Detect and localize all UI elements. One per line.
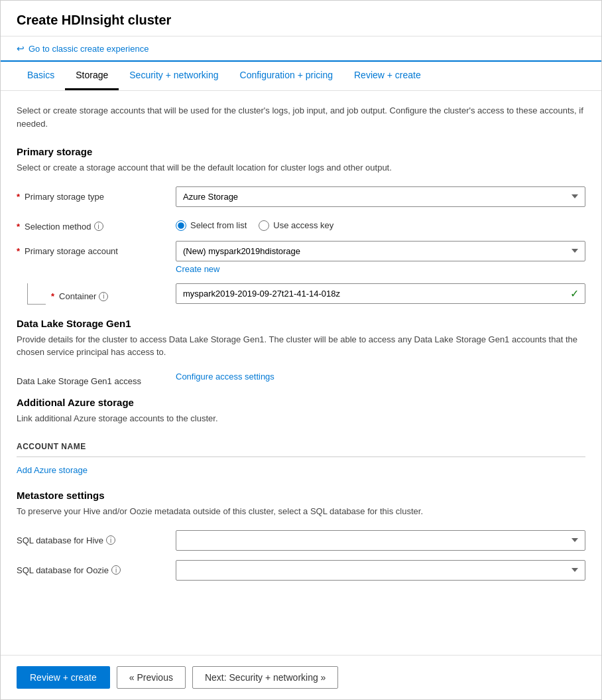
create-new-link[interactable]: Create new (176, 264, 219, 274)
account-name-header: ACCOUNT NAME (17, 442, 86, 451)
required-star-account: * (17, 246, 20, 256)
main-content: Select or create storage accounts that w… (1, 91, 601, 655)
selection-method-radio-group: Select from list Use access key (176, 216, 585, 231)
tab-configuration-pricing[interactable]: Configuration + pricing (229, 62, 343, 90)
metastore-title: Metastore settings (17, 490, 585, 501)
hive-label: SQL database for Hive (17, 535, 103, 545)
selection-method-label: Selection method (25, 222, 91, 232)
primary-storage-title: Primary storage (17, 146, 585, 157)
page-title: Create HDInsight cluster (17, 13, 585, 28)
classic-create-link[interactable]: Go to classic create experience (29, 44, 149, 54)
additional-storage-title: Additional Azure storage (17, 397, 585, 408)
tab-basics[interactable]: Basics (17, 62, 65, 90)
required-star-container: * (51, 291, 54, 301)
tab-storage[interactable]: Storage (65, 62, 119, 90)
review-create-button[interactable]: Review + create (17, 666, 110, 689)
previous-button[interactable]: « Previous (117, 666, 186, 689)
footer: Review + create « Previous Next: Securit… (1, 655, 601, 699)
radio-use-access-key-input[interactable] (259, 220, 269, 231)
additional-storage-desc: Link additional Azure storage accounts t… (17, 412, 585, 425)
data-lake-desc: Provide details for the cluster to acces… (17, 333, 585, 359)
data-lake-title: Data Lake Storage Gen1 (17, 318, 585, 329)
required-star-method: * (17, 222, 20, 232)
tab-security-networking[interactable]: Security + networking (119, 62, 229, 90)
oozie-info-icon[interactable]: i (111, 565, 121, 575)
configure-access-link[interactable]: Configure access settings (176, 372, 274, 382)
container-info-icon[interactable]: i (99, 292, 108, 301)
redirect-icon: ↩ (17, 43, 25, 54)
add-azure-storage-link[interactable]: Add Azure storage (17, 461, 88, 479)
radio-select-from-list-label: Select from list (190, 220, 247, 230)
hive-select[interactable] (176, 530, 585, 551)
tab-bar: Basics Storage Security + networking Con… (1, 62, 601, 91)
required-star-type: * (17, 192, 20, 202)
primary-storage-desc: Select or create a storage account that … (17, 161, 585, 175)
storage-description: Select or create storage accounts that w… (17, 104, 585, 130)
storage-account-label: Primary storage account (25, 246, 118, 256)
tab-review-create[interactable]: Review + create (343, 62, 432, 90)
selection-method-info-icon[interactable]: i (94, 222, 103, 231)
radio-select-from-list[interactable]: Select from list (176, 220, 247, 231)
check-icon: ✓ (570, 287, 579, 300)
metastore-desc: To preserve your Hive and/or Oozie metad… (17, 505, 585, 518)
radio-select-from-list-input[interactable] (176, 220, 186, 231)
container-label: Container (59, 291, 96, 301)
radio-use-access-key-label: Use access key (273, 220, 333, 230)
storage-type-select[interactable]: Azure Storage Azure Data Lake Storage Ge… (176, 186, 585, 207)
storage-account-select[interactable]: (New) myspark2019hdistorage (176, 241, 585, 261)
container-input[interactable] (176, 283, 585, 304)
storage-type-label: Primary storage type (25, 192, 104, 202)
oozie-select[interactable] (176, 560, 585, 581)
next-button[interactable]: Next: Security + networking » (192, 666, 338, 689)
hive-info-icon[interactable]: i (106, 535, 115, 545)
radio-use-access-key[interactable]: Use access key (259, 220, 333, 231)
data-lake-access-label: Data Lake Storage Gen1 access (17, 376, 141, 386)
oozie-label: SQL database for Oozie (17, 565, 109, 575)
